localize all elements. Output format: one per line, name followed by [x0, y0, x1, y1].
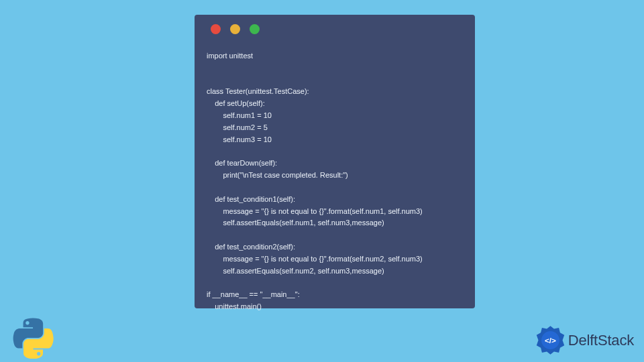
svg-text:</>: </> [545, 336, 556, 345]
traffic-lights [211, 24, 463, 34]
delftstack-brand: </> DelftStack [535, 325, 634, 355]
close-dot-icon [211, 24, 221, 34]
maximize-dot-icon [250, 24, 260, 34]
delftstack-label: DelftStack [568, 332, 634, 349]
delftstack-badge-icon: </> [535, 325, 566, 355]
minimize-dot-icon [230, 24, 240, 34]
python-logo-icon [12, 317, 54, 359]
code-window: import unittest class Tester(unittest.Te… [195, 15, 475, 308]
code-block: import unittest class Tester(unittest.Te… [207, 50, 463, 313]
